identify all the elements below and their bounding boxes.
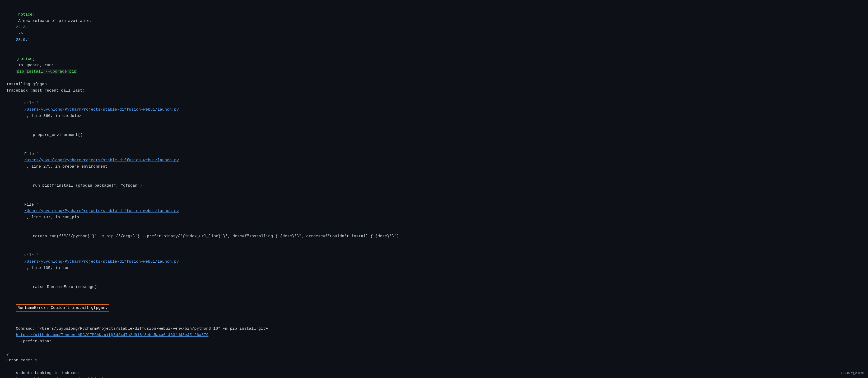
stdout-prefix: stdout: Looking in indexes: bbox=[16, 371, 83, 375]
code-text-2: run_pip(f"install {gfpgan_package}", "gf… bbox=[33, 183, 142, 188]
file-label-1: File " bbox=[24, 101, 38, 106]
file-link-2[interactable]: /Users/yuyunlong/PycharmProjects/stable-… bbox=[24, 158, 179, 163]
command-suffix: --prefer-binar bbox=[16, 339, 52, 344]
file-line-info-3: ", line 137, in run_pip bbox=[24, 215, 79, 219]
code-text-4: raise RuntimeError(message) bbox=[33, 285, 97, 289]
error-code-line: Error code: 1 bbox=[6, 357, 862, 364]
file-line-4: File " /Users/yuyunlong/PycharmProjects/… bbox=[15, 246, 862, 278]
traceback-header: Traceback (most recent call last): bbox=[6, 88, 862, 94]
file-link-4[interactable]: /Users/yuyunlong/PycharmProjects/stable-… bbox=[24, 260, 179, 264]
command-line: Command: "/Users/yuyunlong/PycharmProjec… bbox=[6, 319, 862, 351]
version-old: 22.3.1 bbox=[16, 25, 30, 30]
runtime-error-line: RuntimeError: Couldn't install gfpgan. bbox=[6, 298, 862, 318]
gfpgan-git-url[interactable]: https://github.com/TencentARC/GFPGAN.git… bbox=[16, 333, 209, 337]
notice-text-1: A new release of pip available: bbox=[16, 19, 94, 23]
file-label-2: File " bbox=[24, 152, 38, 156]
pip-upgrade-cmd: pip install --upgrade pip bbox=[16, 69, 78, 74]
command-line-cont: y bbox=[6, 351, 862, 357]
watermark-text: CSDN 对来同学 bbox=[841, 371, 864, 375]
version-new: 23.0.1 bbox=[16, 38, 30, 42]
command-prefix: Command: "/Users/yuyunlong/PycharmProjec… bbox=[16, 327, 268, 331]
file-label-4: File " bbox=[24, 253, 38, 257]
notice-pip-available: [notice] A new release of pip available:… bbox=[6, 5, 862, 49]
notice-tag-2: [notice] bbox=[16, 57, 35, 61]
code-line-2: run_pip(f"install {gfpgan_package}", "gf… bbox=[23, 176, 862, 195]
file-line-info-2: ", line 275, in prepare_environment bbox=[24, 165, 107, 169]
file-line-info-4: ", line 105, in run bbox=[24, 266, 69, 270]
file-line-3: File " /Users/yuyunlong/PycharmProjects/… bbox=[15, 195, 862, 227]
file-line-2: File " /Users/yuyunlong/PycharmProjects/… bbox=[15, 145, 862, 176]
notice-text-2: To update, run: bbox=[16, 63, 56, 68]
installing-gfpgan: Installing gfpgan bbox=[6, 81, 862, 88]
code-line-3: return run(f'"{'{python}'}' -m pip {'{ar… bbox=[23, 227, 862, 246]
file-label-3: File " bbox=[24, 202, 38, 207]
file-line-info-1: ", line 360, in <module> bbox=[24, 114, 81, 118]
csdn-watermark: CSDN 对来同学 bbox=[841, 371, 864, 376]
file-line-1: File " /Users/yuyunlong/PycharmProjects/… bbox=[15, 94, 862, 126]
code-text-3: return run(f'"{'{python}'}' -m pip {'{ar… bbox=[33, 234, 399, 239]
version-arrow: -> bbox=[16, 31, 25, 36]
code-line-1: prepare_environment() bbox=[23, 126, 862, 145]
code-text-1: prepare_environment() bbox=[33, 133, 83, 137]
notice-tag-1: [notice] bbox=[16, 12, 35, 17]
file-link-1[interactable]: /Users/yuyunlong/PycharmProjects/stable-… bbox=[24, 107, 179, 112]
notice-update: [notice] To update, run: pip install --u… bbox=[6, 49, 862, 81]
terminal: [notice] A new release of pip available:… bbox=[6, 5, 862, 378]
runtime-error-text: RuntimeError: Couldn't install gfpgan. bbox=[16, 304, 110, 312]
file-link-3[interactable]: /Users/yuyunlong/PycharmProjects/stable-… bbox=[24, 209, 179, 213]
code-line-4: raise RuntimeError(message) bbox=[23, 278, 862, 297]
stdout-line: stdout: Looking in indexes: https://mirr… bbox=[6, 364, 862, 378]
